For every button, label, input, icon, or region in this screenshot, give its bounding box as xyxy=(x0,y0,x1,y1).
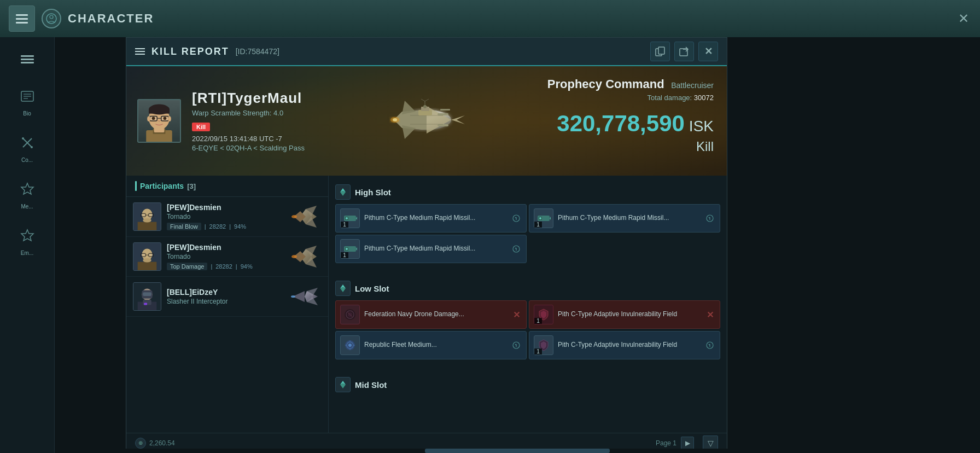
sidebar-item-member[interactable]: Me... xyxy=(8,173,46,215)
list-item[interactable]: [PEW]Desmien Tornado Final Blow | 28282 … xyxy=(126,197,328,237)
app-title: CHARACTER xyxy=(68,11,154,26)
export-button[interactable] xyxy=(674,42,694,61)
svg-point-9 xyxy=(31,146,33,148)
svg-marker-95 xyxy=(550,217,551,220)
slot-item-icon: 1 xyxy=(534,335,553,355)
kill-report-panel: KILL REPORT [ID:7584472] ✕ xyxy=(126,37,727,453)
slot-item[interactable]: 1 Pithum C-Type Medium Rapid Missil... xyxy=(335,204,527,233)
participant-badge: Top Damage xyxy=(167,263,207,270)
participants-header: Participants [3] xyxy=(126,176,328,197)
pilot-stat: Warp Scramble Strength: 4.0 xyxy=(192,109,305,117)
mid-slot-section: Mid Slot xyxy=(329,368,727,401)
participant-damage: 28282 xyxy=(209,223,226,230)
svg-point-28 xyxy=(152,117,155,120)
svg-point-62 xyxy=(291,215,297,218)
svg-rect-53 xyxy=(138,222,157,231)
avatar xyxy=(133,242,161,271)
participants-count: [3] xyxy=(187,182,196,190)
participants-label: Participants xyxy=(140,182,184,190)
scrollbar-thumb[interactable] xyxy=(425,449,610,453)
svg-point-90 xyxy=(346,217,348,219)
employ-label: Em... xyxy=(21,250,33,256)
total-damage-label: Total damage: 30072 xyxy=(547,94,714,102)
svg-marker-88 xyxy=(356,217,357,220)
slot-action-icon xyxy=(704,213,715,224)
slot-item[interactable]: 1 Pith C-Type Adaptive Invulnerability F… xyxy=(529,331,720,359)
svg-rect-14 xyxy=(680,49,687,56)
panel-title: KILL REPORT xyxy=(151,46,229,57)
participant-ship: Tornado xyxy=(167,253,283,260)
close-app-button[interactable]: ✕ xyxy=(958,11,969,26)
panel-menu-icon[interactable] xyxy=(135,48,145,55)
svg-rect-42 xyxy=(440,109,450,111)
slot-item[interactable]: 1 Pithum C-Type Medium Rapid Missil... xyxy=(335,235,527,263)
menu-button[interactable] xyxy=(9,5,35,32)
svg-line-50 xyxy=(425,99,429,101)
svg-point-31 xyxy=(168,116,171,121)
employ-icon xyxy=(16,225,38,247)
svg-point-29 xyxy=(164,117,167,120)
participant-ship-icon xyxy=(289,203,322,230)
svg-rect-54 xyxy=(141,213,145,217)
participant-badge: Final Blow xyxy=(167,223,201,230)
sidebar-item-menu[interactable] xyxy=(8,43,46,76)
participant-info: [PEW]Desmien Tornado Final Blow | 28282 … xyxy=(167,203,283,230)
footer-amount: 2,260.54 xyxy=(149,439,175,447)
hamburger-icon xyxy=(16,14,28,24)
ship-image xyxy=(345,66,509,176)
sidebar-item-combat[interactable]: Co... xyxy=(8,126,46,169)
slot-name: Republic Fleet Medium... xyxy=(364,341,506,350)
mid-slot-label: Mid Slot xyxy=(355,380,387,390)
participant-name: [PEW]Desmien xyxy=(167,243,283,252)
svg-marker-102 xyxy=(356,247,357,251)
svg-marker-34 xyxy=(451,115,465,124)
copy-button[interactable] xyxy=(650,42,670,61)
equipment-section: High Slot xyxy=(329,176,727,433)
kill-hero: [RTI]TygerMaul Warp Scramble Strength: 4… xyxy=(126,66,727,176)
slot-item[interactable]: Federation Navy Drone Damage... ✕ xyxy=(335,300,527,329)
mid-slot-icon xyxy=(335,377,351,392)
panel-header: KILL REPORT [ID:7584472] ✕ xyxy=(126,38,727,66)
kill-date: 2022/09/15 13:41:48 UTC -7 xyxy=(192,135,305,143)
member-label: Me... xyxy=(21,204,33,210)
svg-rect-55 xyxy=(149,213,154,217)
slot-item-icon: 1 xyxy=(340,239,360,259)
sidebar-item-bio[interactable]: Bio xyxy=(8,80,46,122)
horizontal-scrollbar[interactable] xyxy=(55,449,980,453)
mid-slot-header: Mid Slot xyxy=(335,373,720,397)
svg-rect-41 xyxy=(438,124,448,126)
next-page-button[interactable]: ▶ xyxy=(681,437,694,450)
high-slot-label: High Slot xyxy=(355,188,391,197)
slot-item[interactable]: Republic Fleet Medium... xyxy=(335,331,527,359)
svg-point-8 xyxy=(22,137,24,140)
slot-action-icon xyxy=(511,243,522,254)
svg-point-37 xyxy=(393,118,397,121)
svg-rect-22 xyxy=(149,109,170,114)
list-item[interactable]: [PEW]Desmien Tornado Top Damage | 28282 … xyxy=(126,237,328,277)
svg-point-1 xyxy=(50,15,53,19)
slot-item[interactable]: 1 Pithum C-Type Medium Rapid Missil... xyxy=(529,204,720,233)
pilot-avatar[interactable] xyxy=(137,99,181,143)
bio-icon xyxy=(16,85,38,107)
list-item[interactable]: [BELL]EiDzeY Slasher II Interceptor xyxy=(126,277,328,317)
participant-stats: Final Blow | 28282 | 94% xyxy=(167,223,283,230)
slot-item[interactable]: 1 Pith C-Type Adaptive Invulnerability F… xyxy=(529,300,720,329)
svg-point-30 xyxy=(147,116,150,121)
slot-name: Pithum C-Type Medium Rapid Missil... xyxy=(364,214,506,223)
participant-ship-icon xyxy=(289,243,322,270)
sidebar-item-employ[interactable]: Em... xyxy=(8,219,46,262)
avatar xyxy=(133,202,161,231)
panel-close-button[interactable]: ✕ xyxy=(698,42,718,61)
slot-action-icon xyxy=(511,213,522,224)
svg-rect-13 xyxy=(658,47,664,54)
kill-badge: Kill xyxy=(192,123,210,131)
member-icon xyxy=(16,178,38,200)
low-slot-icon xyxy=(335,281,351,296)
slot-name: Pith C-Type Adaptive Invulnerability Fie… xyxy=(558,310,700,319)
isk-value: 320,778,590 xyxy=(557,111,685,137)
participant-name: [BELL]EiDzeY xyxy=(167,288,283,297)
bio-label: Bio xyxy=(23,111,31,117)
slot-action-icon xyxy=(511,340,522,351)
combat-icon xyxy=(16,132,38,154)
low-slot-header: Low Slot xyxy=(335,276,720,300)
